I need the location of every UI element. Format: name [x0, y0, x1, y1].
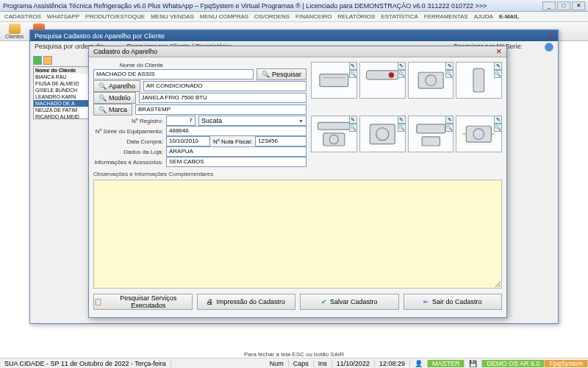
svg-rect-0	[320, 74, 348, 86]
search-close-button[interactable]: ✕	[548, 32, 553, 40]
menu-bar: CADASTROS WHATSAPP PRODUTO/ESTOQUE MENU …	[0, 12, 588, 22]
thumb-zoom-icon[interactable]: 🔍	[398, 124, 406, 132]
thumbnail[interactable]: ✎🔍	[456, 116, 502, 152]
svg-point-3	[389, 72, 394, 77]
menu-relatorios[interactable]: RELATÓRIOS	[337, 13, 375, 20]
cliente-field[interactable]: MACHADO DE ASSIS	[93, 69, 254, 79]
thumbnail[interactable]: ✎🔍	[311, 116, 357, 152]
thumb-edit-icon[interactable]: ✎	[349, 62, 357, 70]
minimize-button[interactable]: _	[542, 1, 556, 10]
servicos-button[interactable]: 📋Pesquisar Serviços Executados	[93, 294, 193, 310]
menu-ajuda[interactable]: AJUDA	[474, 13, 493, 20]
add-icon[interactable]	[33, 56, 42, 65]
svg-rect-10	[370, 124, 395, 144]
search-icon: 🔍	[262, 71, 270, 78]
observations-textarea[interactable]	[93, 180, 502, 289]
menu-produto[interactable]: PRODUTO/ESTOQUE	[85, 13, 145, 20]
thumb-zoom-icon[interactable]: 🔍	[494, 70, 502, 78]
refresh-icon[interactable]	[545, 43, 553, 52]
search-icon: 🔍	[98, 94, 107, 102]
thumb-edit-icon[interactable]: ✎	[445, 116, 453, 124]
marca-field[interactable]: BRASTEMP	[135, 105, 306, 115]
maximize-button[interactable]: □	[557, 1, 570, 10]
sair-button[interactable]: ⇤Sair do Cadastro	[404, 294, 503, 310]
menu-os[interactable]: OS/ORDENS	[254, 13, 290, 20]
svg-rect-7	[318, 122, 351, 130]
footer-hint: Para fechar a tela ESC ou botão SAIR	[0, 351, 588, 358]
thumbnail[interactable]: ✎🔍	[311, 62, 357, 99]
menu-ferramentas[interactable]: FERRAMENTAS	[424, 13, 468, 20]
detail-close-button[interactable]: ✕	[496, 48, 502, 55]
thumb-edit-icon[interactable]: ✎	[398, 116, 406, 124]
label-dados-loja: Dados da Loja:	[93, 149, 163, 155]
menu-vendas[interactable]: MENU VENDAS	[151, 13, 194, 20]
status-demo: DEMO OS AR 6.0	[482, 360, 545, 367]
modelo-field[interactable]: JANELA FRIO 7500 BTU	[139, 93, 306, 103]
thumb-zoom-icon[interactable]: 🔍	[445, 124, 453, 132]
serie-field[interactable]: 488646	[166, 126, 306, 136]
edit-icon[interactable]	[43, 56, 52, 65]
thumb-edit-icon[interactable]: ✎	[398, 62, 406, 70]
status-location: SUA CIDADE - SP 11 de Outubro de 2022 - …	[0, 358, 171, 368]
status-user-icon: 👤	[410, 360, 428, 367]
aparelho-picker[interactable]: 🔍Aparelho	[93, 80, 140, 92]
thumb-edit-icon[interactable]: ✎	[494, 62, 502, 70]
info-field[interactable]: SEM CABOS	[166, 157, 306, 167]
status-bar: SUA CIDADE - SP 11 de Outubro de 2022 - …	[0, 358, 588, 368]
registro-field[interactable]: 7	[166, 116, 196, 126]
thumbnail[interactable]: ✎🔍	[456, 62, 502, 99]
salvar-button[interactable]: ✔Salvar Cadastro	[300, 294, 399, 310]
detail-window-title: Cadastro do Aparelho ✕	[89, 46, 506, 57]
marca-picker[interactable]: 🔍Marca	[93, 104, 132, 116]
thumb-zoom-icon[interactable]: 🔍	[445, 70, 453, 78]
close-button[interactable]: ✕	[572, 1, 585, 10]
aparelho-field[interactable]: AR CONDICIONADO	[143, 81, 306, 91]
menu-compras[interactable]: MENU COMPRAS	[200, 13, 248, 20]
label-data-compra: Data Compra:	[93, 138, 163, 145]
status-master: MASTER	[428, 360, 465, 367]
app-titlebar: Programa Assistência Técnica Refrigeraçã…	[0, 0, 588, 12]
chevron-down-icon: ▼	[298, 118, 304, 124]
print-icon: 🖨	[207, 298, 213, 305]
thumb-edit-icon[interactable]: ✎	[494, 116, 502, 124]
exit-icon: ⇤	[423, 298, 429, 305]
thumb-edit-icon[interactable]: ✎	[349, 116, 357, 124]
menu-financeiro[interactable]: FINANCEIRO	[295, 13, 331, 20]
label-obs: Observações e Informações Complementares	[93, 171, 502, 177]
thumbnail[interactable]: ✎🔍	[408, 62, 454, 99]
menu-whatsapp[interactable]: WHATSAPP	[47, 13, 79, 20]
toolbar-clientes[interactable]: Clientes	[3, 24, 26, 39]
search-window-title: Pesquisa Cadastro dos Aparelho por Clien…	[30, 30, 558, 41]
loja-field[interactable]: ARAPUA	[166, 146, 306, 157]
pesquisar-button[interactable]: 🔍Pesquisar	[257, 68, 306, 80]
detail-window: Cadastro do Aparelho ✕ Nome do Cliente M…	[88, 46, 507, 318]
impressao-button[interactable]: 🖨Impressão do Cadastro	[197, 294, 296, 310]
modelo-picker[interactable]: 🔍Modelo	[93, 92, 136, 104]
status-date: 11/10/2022	[332, 360, 375, 367]
data-compra-field[interactable]: 10/10/2010	[166, 136, 210, 146]
status-ins: Ins	[314, 360, 332, 367]
thumb-zoom-icon[interactable]: 🔍	[494, 124, 502, 132]
thumbnail[interactable]: ✎🔍	[359, 62, 406, 99]
thumb-zoom-icon[interactable]: 🔍	[398, 70, 406, 78]
menu-email[interactable]: E-MAIL	[499, 13, 520, 20]
label-serie: Nº Série do Equipamento:	[93, 128, 163, 135]
menu-estatistica[interactable]: ESTATÍSTICA	[381, 13, 417, 20]
svg-rect-12	[416, 124, 445, 133]
label-registro: Nº Registro:	[93, 118, 163, 124]
window-controls: _ □ ✕	[542, 1, 585, 10]
label-info: Informações e Acessórios:	[93, 159, 163, 166]
thumbnail[interactable]: ✎🔍	[408, 116, 454, 152]
nota-fiscal-field[interactable]: 123456	[255, 136, 306, 146]
svg-rect-13	[422, 137, 440, 146]
thumb-edit-icon[interactable]: ✎	[445, 62, 453, 70]
status-num: Num	[265, 360, 289, 367]
status-time: 12:08:29	[375, 360, 410, 367]
status-system: FpqSystem	[545, 360, 588, 367]
thumb-zoom-icon[interactable]: 🔍	[349, 124, 357, 132]
thumb-zoom-icon[interactable]: 🔍	[349, 70, 357, 78]
menu-cadastros[interactable]: CADASTROS	[4, 13, 41, 20]
status-dropdown[interactable]: Sucata▼	[198, 116, 306, 126]
thumbnail[interactable]: ✎🔍	[359, 116, 406, 152]
status-caps: Caps	[289, 360, 314, 367]
